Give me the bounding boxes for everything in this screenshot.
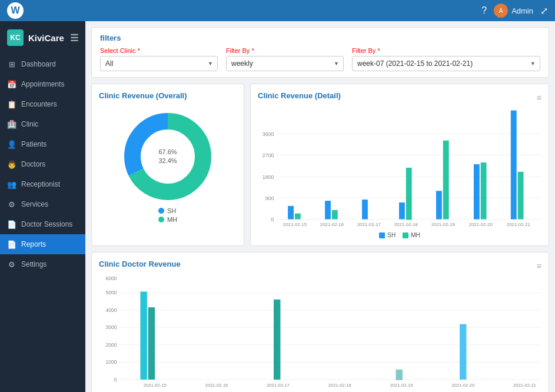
- charts-row-top: Clinic Revenue (Overall) 67.6% 32.4%: [91, 84, 549, 246]
- sidebar-item-clinic[interactable]: 🏥 Clinic: [0, 114, 85, 134]
- sidebar-item-label: Doctors: [21, 160, 45, 168]
- svg-text:900: 900: [265, 195, 274, 201]
- svg-text:2021-02-21: 2021-02-21: [507, 222, 530, 227]
- wp-logo: W: [7, 2, 24, 19]
- svg-rect-25: [443, 141, 449, 220]
- svg-rect-51: [148, 307, 155, 380]
- detail-legend-mh: MH: [403, 232, 420, 238]
- receptionist-icon: 👥: [7, 180, 16, 189]
- select-clinic-label: Select Clinic *: [100, 47, 218, 54]
- svg-rect-24: [436, 191, 442, 219]
- topbar-right: ? A Admin ⤢: [481, 4, 548, 18]
- filter-by2-input[interactable]: week-07 (2021-02-15 to 2021-02-21): [352, 56, 540, 71]
- doctor-revenue-options-icon[interactable]: ≡: [537, 261, 541, 271]
- detail-chart-svg: 0 900 1800 2700 3600 2021-02-15 2021-02-…: [258, 105, 541, 228]
- svg-text:2000: 2000: [105, 342, 117, 348]
- svg-text:2021-02-18: 2021-02-18: [328, 383, 351, 388]
- sidebar-item-reports[interactable]: 📄 Reports: [0, 234, 85, 254]
- sidebar-item-services[interactable]: ⚙ Services: [0, 194, 85, 214]
- svg-text:6000: 6000: [105, 275, 117, 281]
- topbar: W ? A Admin ⤢: [0, 0, 555, 21]
- svg-text:2021-02-15: 2021-02-15: [144, 383, 167, 388]
- filter-by1-group: Filter By * weekly: [226, 47, 344, 71]
- svg-rect-18: [295, 214, 301, 220]
- donut-sh-pct-label: 32.4%: [158, 157, 177, 164]
- detail-options-icon[interactable]: ≡: [537, 93, 541, 102]
- svg-rect-21: [362, 200, 368, 219]
- sidebar: KC KiviCare ☰ ⊞ Dashboard 📅 Appointments…: [0, 21, 85, 392]
- select-clinic-input[interactable]: All: [100, 56, 218, 71]
- svg-rect-26: [474, 164, 480, 219]
- detail-legend-mh-label: MH: [411, 232, 420, 238]
- detail-legend-sh: SH: [379, 232, 396, 238]
- legend-sh: SH: [158, 207, 177, 214]
- svg-rect-50: [140, 291, 147, 379]
- svg-rect-29: [518, 172, 524, 220]
- detail-legend-sh-label: SH: [387, 232, 396, 238]
- main-layout: KC KiviCare ☰ ⊞ Dashboard 📅 Appointments…: [0, 21, 555, 392]
- encounters-icon: 📋: [7, 99, 16, 109]
- filter-by1-input[interactable]: weekly: [226, 56, 344, 71]
- sidebar-item-doctors[interactable]: 👨 Doctors: [0, 154, 85, 174]
- svg-text:2021-02-16: 2021-02-16: [205, 383, 228, 388]
- sidebar-item-label: Reports: [21, 240, 46, 248]
- sidebar-item-appointments[interactable]: 📅 Appointments: [0, 74, 85, 94]
- wp-icon: W: [11, 5, 19, 16]
- patients-icon: 👤: [7, 139, 16, 149]
- dashboard-icon: ⊞: [7, 59, 16, 69]
- svg-text:2021-02-19: 2021-02-19: [390, 383, 413, 388]
- mh-sq: [403, 232, 408, 238]
- svg-rect-52: [274, 300, 280, 380]
- svg-text:5000: 5000: [105, 290, 117, 295]
- clinic-doctor-revenue-card: Clinic Doctor Revenue ≡ 0 1000 2000 3000…: [91, 252, 549, 392]
- svg-text:2021-02-21: 2021-02-21: [513, 383, 536, 388]
- content: filters Select Clinic * All Filter By *: [85, 21, 555, 392]
- help-icon[interactable]: ?: [481, 5, 487, 16]
- donut-container: 67.6% 32.4% SH MH: [99, 105, 237, 228]
- svg-text:0: 0: [114, 377, 117, 383]
- svg-text:2021-02-20: 2021-02-20: [469, 222, 493, 227]
- svg-text:3000: 3000: [105, 324, 117, 330]
- sidebar-item-label: Appointments: [21, 80, 64, 88]
- donut-legend: SH MH: [158, 207, 177, 223]
- reports-icon: 📄: [7, 240, 16, 249]
- appointments-icon: 📅: [7, 79, 16, 89]
- sidebar-item-doctor-sessions[interactable]: 📄 Doctor Sessions: [0, 214, 85, 234]
- filter-by1-label: Filter By *: [226, 47, 344, 54]
- filter-by2-group: Filter By * week-07 (2021-02-15 to 2021-…: [352, 47, 540, 71]
- svg-text:0: 0: [271, 217, 274, 222]
- sidebar-item-encounters[interactable]: 📋 Encounters: [0, 94, 85, 114]
- settings-icon: ⚙: [7, 260, 16, 269]
- filter-by2-label: Filter By *: [352, 47, 540, 54]
- brand-name: KiviCare: [28, 33, 64, 43]
- select-clinic-wrapper: All: [100, 56, 218, 71]
- brand-initials: KC: [10, 34, 20, 42]
- topbar-left: W: [7, 2, 24, 19]
- svg-text:2700: 2700: [262, 152, 274, 158]
- filters-section: filters Select Clinic * All Filter By *: [91, 27, 549, 78]
- svg-text:1000: 1000: [105, 359, 117, 365]
- svg-rect-23: [406, 168, 412, 220]
- svg-text:2021-02-20: 2021-02-20: [451, 383, 474, 388]
- svg-text:2021-02-17: 2021-02-17: [267, 383, 290, 388]
- detail-title: Clinic Revenue (Detail): [258, 91, 341, 100]
- overall-title: Clinic Revenue (Overall): [99, 91, 237, 100]
- clinic-revenue-overall-card: Clinic Revenue (Overall) 67.6% 32.4%: [91, 84, 244, 246]
- svg-text:2021-02-16: 2021-02-16: [320, 222, 344, 227]
- sidebar-item-patients[interactable]: 👤 Patients: [0, 134, 85, 154]
- sidebar-item-dashboard[interactable]: ⊞ Dashboard: [0, 54, 85, 74]
- doctors-icon: 👨: [7, 160, 16, 169]
- sh-sq: [379, 232, 385, 238]
- svg-text:2021-02-18: 2021-02-18: [394, 222, 418, 227]
- sidebar-item-settings[interactable]: ⚙ Settings: [0, 254, 85, 274]
- sidebar-item-receptionist[interactable]: 👥 Receptionist: [0, 174, 85, 194]
- services-icon: ⚙: [7, 200, 16, 209]
- donut-mh-pct-label: 67.6%: [158, 148, 177, 155]
- svg-rect-20: [332, 210, 338, 220]
- expand-icon[interactable]: ⤢: [540, 5, 548, 16]
- sidebar-item-label: Patients: [21, 140, 46, 148]
- hamburger-icon[interactable]: ☰: [70, 32, 78, 44]
- svg-text:2021-02-19: 2021-02-19: [431, 222, 455, 227]
- donut-svg: 67.6% 32.4%: [121, 109, 215, 204]
- svg-rect-54: [460, 324, 466, 380]
